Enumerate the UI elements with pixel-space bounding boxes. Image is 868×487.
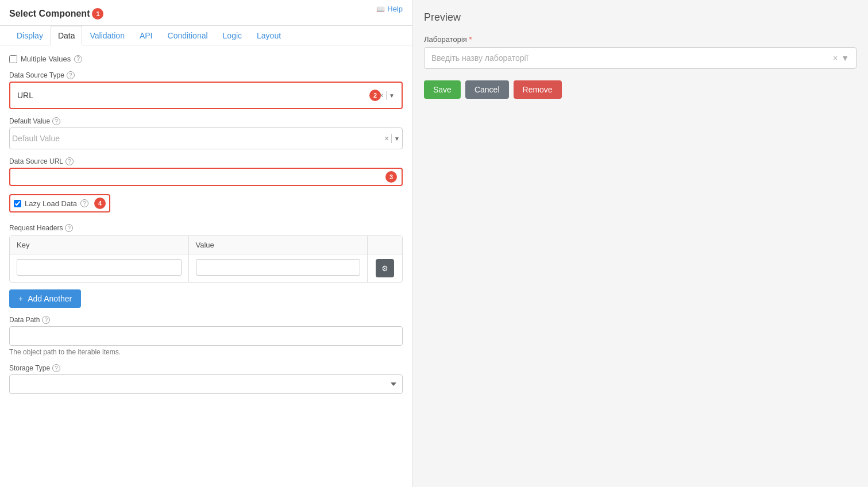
data-source-type-field: URL 2 × ▼ xyxy=(9,82,403,109)
action-cell: ⚙ xyxy=(368,254,402,282)
table-row: ⚙ xyxy=(10,254,402,282)
data-source-url-label: Data Source URL xyxy=(9,157,63,165)
tab-bar: Display Data Validation API Conditional … xyxy=(0,26,412,45)
gear-icon: ⚙ xyxy=(381,264,388,273)
remove-button[interactable]: Remove xyxy=(514,80,562,99)
add-another-button[interactable]: + Add Another xyxy=(9,289,81,308)
tab-display[interactable]: Display xyxy=(9,26,51,45)
storage-type-help-icon[interactable]: ? xyxy=(52,364,60,372)
default-value-label: Default Value xyxy=(9,117,50,125)
default-value-row: Default Value ? Default Value × ▼ xyxy=(9,117,403,149)
data-source-url-field: /api/data-factory/laboratory-start-with-… xyxy=(9,168,403,186)
request-headers-table: Key Value ⚙ xyxy=(9,235,403,283)
col-key-header: Key xyxy=(10,236,189,254)
data-path-row: Data Path ? The object path to the itera… xyxy=(9,316,403,356)
lazy-load-container: Lazy Load Data ? 4 xyxy=(9,194,403,218)
data-source-type-chevron[interactable]: ▼ xyxy=(389,92,395,99)
page-title: Select Component xyxy=(9,9,90,19)
add-another-label: Add Another xyxy=(28,294,72,303)
required-star: * xyxy=(469,35,472,44)
data-source-url-input[interactable]: /api/data-factory/laboratory-start-with-… xyxy=(15,172,380,181)
request-headers-label: Request Headers xyxy=(9,224,63,232)
default-value-chevron[interactable]: ▼ xyxy=(394,136,400,142)
preview-field-label-text: Лабораторія xyxy=(424,35,467,44)
table-header: Key Value xyxy=(10,236,402,254)
preview-title: Preview xyxy=(424,11,857,24)
tab-layout[interactable]: Layout xyxy=(249,26,288,45)
value-input[interactable] xyxy=(196,259,361,276)
help-link[interactable]: 📖 Help xyxy=(376,5,403,13)
data-source-url-row: Data Source URL ? /api/data-factory/labo… xyxy=(9,157,403,186)
preview-select-placeholder: Введіть назву лабораторії xyxy=(431,53,528,63)
data-path-label: Data Path xyxy=(9,316,40,324)
gear-button[interactable]: ⚙ xyxy=(376,259,394,277)
key-cell xyxy=(10,254,189,282)
preview-section: Лабораторія * Введіть назву лабораторії … xyxy=(424,35,857,99)
tab-validation[interactable]: Validation xyxy=(82,26,132,45)
multiple-values-label: Multiple Values xyxy=(21,55,71,63)
data-path-help-icon[interactable]: ? xyxy=(42,316,50,324)
col-value-header: Value xyxy=(189,236,368,254)
preview-chevron-icon[interactable]: ▼ xyxy=(841,53,849,63)
key-input[interactable] xyxy=(17,259,182,276)
help-label: Help xyxy=(387,5,403,13)
col-action-header xyxy=(368,236,402,254)
default-value-help-icon[interactable]: ? xyxy=(52,117,60,125)
preview-select-controls: × ▼ xyxy=(833,53,849,63)
cancel-button[interactable]: Cancel xyxy=(465,80,509,99)
tab-conditional[interactable]: Conditional xyxy=(160,26,215,45)
storage-type-label: Storage Type xyxy=(9,364,50,372)
data-source-type-value: URL xyxy=(17,91,33,100)
lazy-load-row: Lazy Load Data ? 4 xyxy=(9,194,110,212)
data-source-type-row: Data Source Type ? URL 2 × ▼ xyxy=(9,71,403,109)
lazy-load-badge: 4 xyxy=(94,198,106,209)
multiple-values-help-icon[interactable]: ? xyxy=(74,55,82,63)
storage-type-select[interactable] xyxy=(9,374,403,394)
add-icon: + xyxy=(18,294,23,303)
storage-type-row: Storage Type ? xyxy=(9,364,403,394)
data-source-badge: 2 xyxy=(369,90,381,101)
preview-clear-icon[interactable]: × xyxy=(833,53,838,63)
save-button[interactable]: Save xyxy=(424,80,461,99)
action-buttons: Save Cancel Remove xyxy=(424,80,857,99)
preview-field-label: Лабораторія * xyxy=(424,35,857,44)
lazy-load-label: Lazy Load Data xyxy=(25,199,77,208)
preview-select[interactable]: Введіть назву лабораторії × ▼ xyxy=(424,47,857,69)
tab-data[interactable]: Data xyxy=(51,26,83,45)
request-headers-row: Request Headers ? Key Value xyxy=(9,224,403,308)
lazy-load-checkbox[interactable] xyxy=(14,200,21,207)
default-value-clear[interactable]: × xyxy=(384,134,389,143)
data-source-type-help-icon[interactable]: ? xyxy=(67,71,75,79)
tab-logic[interactable]: Logic xyxy=(215,26,249,45)
data-source-url-help-icon[interactable]: ? xyxy=(65,157,74,165)
multiple-values-row: Multiple Values ? xyxy=(9,55,403,63)
default-value-field: Default Value × ▼ xyxy=(9,127,403,149)
data-source-type-label: Data Source Type xyxy=(9,71,64,79)
data-path-input[interactable] xyxy=(9,326,403,346)
title-badge: 1 xyxy=(92,8,103,20)
data-path-helper: The object path to the iterable items. xyxy=(9,348,403,356)
url-badge: 3 xyxy=(385,171,397,183)
value-cell xyxy=(189,254,368,282)
tab-api[interactable]: API xyxy=(132,26,160,45)
request-headers-help-icon[interactable]: ? xyxy=(65,224,73,232)
help-icon: 📖 xyxy=(376,5,385,13)
preview-panel: Preview Лабораторія * Введіть назву лабо… xyxy=(412,0,868,487)
multiple-values-checkbox[interactable] xyxy=(9,55,17,63)
lazy-load-help-icon[interactable]: ? xyxy=(80,199,88,207)
default-value-placeholder: Default Value xyxy=(12,134,60,143)
